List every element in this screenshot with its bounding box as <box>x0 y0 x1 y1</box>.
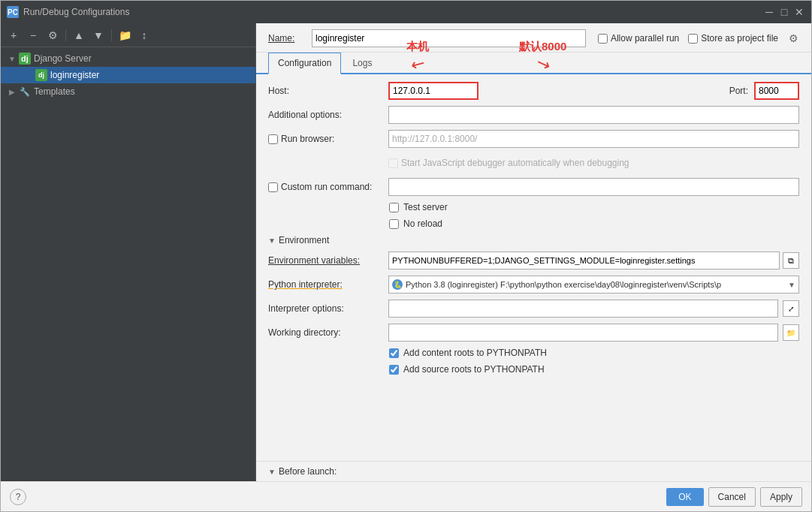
tab-configuration[interactable]: Configuration <box>268 53 341 74</box>
bottom-bar: ? OK Cancel Apply <box>1 481 811 511</box>
folder-button[interactable]: 📁 <box>116 27 133 44</box>
add-content-roots-row: Add content roots to PYTHONPATH <box>268 348 799 358</box>
working-directory-browse-button[interactable]: 📁 <box>783 324 799 341</box>
js-debugger-row: Start JavaScript debugger automatically … <box>268 154 799 172</box>
additional-options-label: Additional options: <box>268 110 388 120</box>
additional-options-control <box>388 106 799 124</box>
left-toolbar: + − ⚙ ▲ ▼ 📁 ↕ <box>1 23 255 47</box>
port-input[interactable] <box>754 82 799 100</box>
add-source-roots-label: Add source roots to PYTHONPATH <box>403 364 545 375</box>
close-button[interactable]: ✕ <box>793 6 805 18</box>
add-content-roots-checkbox[interactable] <box>389 348 399 358</box>
name-label-text: Name: <box>268 33 294 44</box>
interpreter-expand-button[interactable]: ⤢ <box>783 300 799 317</box>
interpreter-text: Python 3.8 (loginregister) F:\python\pyt… <box>406 280 785 289</box>
allow-parallel-label[interactable]: Allow parallel run <box>598 33 679 44</box>
interpreter-options-row: Interpreter options: ⤢ <box>268 300 799 318</box>
copy-button[interactable]: ⚙ <box>44 27 61 44</box>
move-up-button[interactable]: ▲ <box>71 27 87 44</box>
custom-run-row: Custom run command: <box>268 178 799 196</box>
before-launch-section: ▼ Before launch: <box>256 461 811 481</box>
before-launch-label: Before launch: <box>279 466 337 477</box>
python-icon: 🐍 <box>392 279 403 290</box>
env-value-row: ⧉ <box>388 251 799 270</box>
js-debugger-checkbox[interactable] <box>388 158 398 168</box>
tree-item-templates[interactable]: ▶ 🔧 Templates <box>1 83 255 100</box>
add-button[interactable]: + <box>5 27 22 44</box>
help-button[interactable]: ? <box>10 489 26 505</box>
interpreter-options-label-text: Interpreter options: <box>268 303 344 314</box>
working-directory-control: 📁 <box>388 324 799 342</box>
apply-button[interactable]: Apply <box>760 487 802 507</box>
sort-button[interactable]: ↕ <box>136 27 152 44</box>
dialog-title: Run/Debug Configurations <box>23 7 763 17</box>
run-browser-input[interactable] <box>388 130 799 148</box>
no-reload-checkbox[interactable] <box>389 219 399 229</box>
dropdown-arrow-icon: ▼ <box>788 281 795 289</box>
python-interpreter-row: Python interpreter: 🐍 Python 3.8 (loginr… <box>268 276 799 294</box>
app-icon: PC <box>7 6 19 18</box>
gear-button[interactable]: ⚙ <box>787 32 799 44</box>
allow-parallel-checkbox[interactable] <box>598 34 608 44</box>
tab-logs[interactable]: Logs <box>343 53 382 73</box>
tree-group-django-server[interactable]: ▼ dj Django Server <box>1 50 255 67</box>
custom-run-checkbox-area: Custom run command: <box>268 182 388 192</box>
django-server-icon: dj <box>19 53 31 65</box>
test-server-row: Test server <box>268 202 799 212</box>
add-content-roots-label: Add content roots to PYTHONPATH <box>403 348 547 358</box>
run-browser-control <box>388 130 799 148</box>
environment-section-header[interactable]: ▼ Environment <box>268 235 799 245</box>
move-down-button[interactable]: ▼ <box>90 27 107 44</box>
ok-button[interactable]: OK <box>666 488 703 506</box>
store-as-project-checkbox[interactable] <box>688 34 698 44</box>
env-variables-row: Environment variables: ⧉ <box>268 251 799 270</box>
environment-label: Environment <box>279 235 329 245</box>
tabs-bar: Configuration Logs <box>256 53 811 74</box>
working-directory-label: Working directory: <box>268 327 388 338</box>
tree-group-label: Django Server <box>34 53 92 64</box>
working-directory-label-text: Working directory: <box>268 327 340 338</box>
name-input[interactable] <box>312 29 586 47</box>
custom-run-checkbox[interactable] <box>268 182 278 192</box>
name-row: Name: Allow parallel run Store as projec… <box>256 23 811 53</box>
test-server-checkbox[interactable] <box>389 203 399 212</box>
host-port-wrapper: Port: <box>388 82 799 100</box>
working-directory-input[interactable] <box>388 324 778 342</box>
separator-1 <box>65 29 66 41</box>
maximize-button[interactable]: □ <box>778 6 790 18</box>
add-source-roots-checkbox[interactable] <box>389 365 399 375</box>
js-debugger-area: Start JavaScript debugger automatically … <box>388 158 629 168</box>
main-content: + − ⚙ ▲ ▼ 📁 ↕ ▼ dj Django Server <box>1 23 811 481</box>
minimize-button[interactable]: ─ <box>763 6 775 18</box>
no-reload-label: No reload <box>403 218 442 229</box>
env-variables-label: Environment variables: <box>268 255 388 266</box>
loginregister-icon: dj <box>35 69 47 81</box>
run-browser-checkbox[interactable] <box>268 134 278 144</box>
python-interpreter-dropdown[interactable]: 🐍 Python 3.8 (loginregister) F:\python\p… <box>388 276 799 294</box>
bottom-buttons: OK Cancel Apply <box>666 487 802 507</box>
host-input[interactable] <box>388 82 478 100</box>
store-as-project-label[interactable]: Store as project file <box>688 33 778 44</box>
cancel-button[interactable]: Cancel <box>708 487 756 507</box>
custom-run-control <box>388 178 799 196</box>
env-variables-input[interactable] <box>388 251 780 270</box>
env-variables-label-text: Environment variables: <box>268 255 360 266</box>
tree-templates-label: Templates <box>34 86 75 97</box>
port-label: Port: <box>729 86 748 96</box>
interpreter-options-input[interactable] <box>388 300 778 318</box>
run-browser-checkbox-area: Run browser: <box>268 134 388 144</box>
python-interpreter-label-text: Python interpreter: <box>268 279 343 290</box>
run-browser-row: Run browser: <box>268 130 799 148</box>
additional-options-input[interactable] <box>388 106 799 124</box>
tree-item-loginregister[interactable]: dj loginregister <box>1 67 255 83</box>
interpreter-options-label: Interpreter options: <box>268 303 388 314</box>
working-directory-row: Working directory: 📁 <box>268 324 799 342</box>
allow-parallel-text: Allow parallel run <box>611 33 679 44</box>
add-source-roots-row: Add source roots to PYTHONPATH <box>268 364 799 375</box>
window-controls: ─ □ ✕ <box>763 6 805 18</box>
title-bar: PC Run/Debug Configurations ─ □ ✕ <box>1 1 811 23</box>
env-copy-button[interactable]: ⧉ <box>783 252 799 269</box>
remove-button[interactable]: − <box>25 27 41 44</box>
before-launch-header[interactable]: ▼ Before launch: <box>268 466 799 477</box>
custom-run-input[interactable] <box>388 178 799 196</box>
